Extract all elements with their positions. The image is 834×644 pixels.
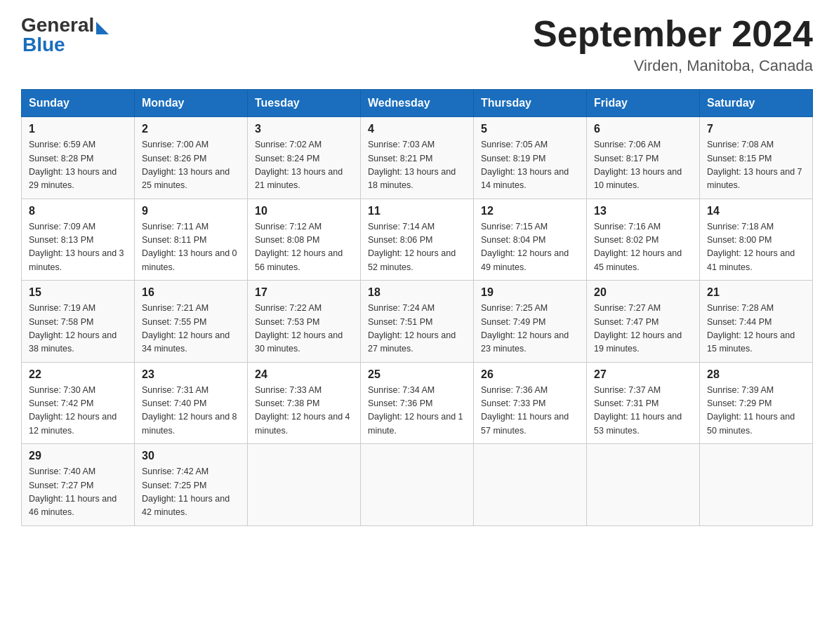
day-number: 17 [255,286,353,299]
calendar-cell: 1Sunrise: 6:59 AMSunset: 8:28 PMDaylight… [22,117,135,199]
location-label: Virden, Manitoba, Canada [533,57,813,75]
day-number: 6 [594,123,692,135]
day-info: Sunrise: 7:08 AMSunset: 8:15 PMDaylight:… [707,138,805,193]
day-info: Sunrise: 7:31 AMSunset: 7:40 PMDaylight:… [142,384,240,438]
calendar-cell: 8Sunrise: 7:09 AMSunset: 8:13 PMDaylight… [22,199,135,281]
day-info: Sunrise: 7:42 AMSunset: 7:25 PMDaylight:… [142,465,240,520]
calendar-cell: 15Sunrise: 7:19 AMSunset: 7:58 PMDayligh… [22,281,135,363]
calendar-cell: 9Sunrise: 7:11 AMSunset: 8:11 PMDaylight… [135,199,248,281]
day-number: 28 [707,368,805,381]
day-number: 8 [29,205,127,217]
day-number: 3 [255,123,353,135]
day-info: Sunrise: 7:25 AMSunset: 7:49 PMDaylight:… [481,302,579,356]
day-number: 15 [29,286,127,299]
calendar-cell: 30Sunrise: 7:42 AMSunset: 7:25 PMDayligh… [135,444,248,526]
day-number: 30 [142,450,240,462]
calendar-header-row: SundayMondayTuesdayWednesdayThursdayFrid… [22,90,813,117]
calendar-header-monday: Monday [135,90,248,117]
day-number: 18 [368,286,466,299]
day-info: Sunrise: 7:27 AMSunset: 7:47 PMDaylight:… [594,302,692,356]
calendar-header-sunday: Sunday [22,90,135,117]
calendar-cell: 21Sunrise: 7:28 AMSunset: 7:44 PMDayligh… [700,281,813,363]
day-info: Sunrise: 7:30 AMSunset: 7:42 PMDaylight:… [29,384,127,438]
week-row-3: 15Sunrise: 7:19 AMSunset: 7:58 PMDayligh… [22,281,813,363]
day-number: 12 [481,205,579,217]
day-info: Sunrise: 7:36 AMSunset: 7:33 PMDaylight:… [481,384,579,438]
calendar-cell [587,444,700,526]
day-info: Sunrise: 7:00 AMSunset: 8:26 PMDaylight:… [142,138,240,193]
day-number: 21 [707,286,805,299]
calendar-cell: 13Sunrise: 7:16 AMSunset: 8:02 PMDayligh… [587,199,700,281]
calendar-cell [700,444,813,526]
day-number: 23 [142,368,240,381]
day-info: Sunrise: 7:33 AMSunset: 7:38 PMDaylight:… [255,384,353,438]
day-number: 10 [255,205,353,217]
day-info: Sunrise: 7:19 AMSunset: 7:58 PMDaylight:… [29,302,127,356]
logo-arrow-icon [96,22,109,34]
day-info: Sunrise: 7:05 AMSunset: 8:19 PMDaylight:… [481,138,579,193]
week-row-1: 1Sunrise: 6:59 AMSunset: 8:28 PMDaylight… [22,117,813,199]
calendar-cell: 25Sunrise: 7:34 AMSunset: 7:36 PMDayligh… [361,362,474,444]
calendar-table: SundayMondayTuesdayWednesdayThursdayFrid… [21,89,813,526]
week-row-2: 8Sunrise: 7:09 AMSunset: 8:13 PMDaylight… [22,199,813,281]
calendar-cell: 18Sunrise: 7:24 AMSunset: 7:51 PMDayligh… [361,281,474,363]
calendar-cell: 19Sunrise: 7:25 AMSunset: 7:49 PMDayligh… [474,281,587,363]
day-info: Sunrise: 7:14 AMSunset: 8:06 PMDaylight:… [368,220,466,275]
day-info: Sunrise: 7:12 AMSunset: 8:08 PMDaylight:… [255,220,353,275]
day-number: 13 [594,205,692,217]
day-number: 5 [481,123,579,135]
calendar-header-tuesday: Tuesday [248,90,361,117]
calendar-cell: 11Sunrise: 7:14 AMSunset: 8:06 PMDayligh… [361,199,474,281]
day-number: 9 [142,205,240,217]
calendar-cell: 29Sunrise: 7:40 AMSunset: 7:27 PMDayligh… [22,444,135,526]
calendar-cell: 27Sunrise: 7:37 AMSunset: 7:31 PMDayligh… [587,362,700,444]
logo: General Blue [21,14,109,56]
calendar-cell: 10Sunrise: 7:12 AMSunset: 8:08 PMDayligh… [248,199,361,281]
calendar-header-wednesday: Wednesday [361,90,474,117]
day-number: 29 [29,450,127,462]
calendar-cell: 28Sunrise: 7:39 AMSunset: 7:29 PMDayligh… [700,362,813,444]
calendar-cell: 6Sunrise: 7:06 AMSunset: 8:17 PMDaylight… [587,117,700,199]
week-row-5: 29Sunrise: 7:40 AMSunset: 7:27 PMDayligh… [22,444,813,526]
calendar-cell: 16Sunrise: 7:21 AMSunset: 7:55 PMDayligh… [135,281,248,363]
month-title: September 2024 [533,14,813,54]
calendar-cell: 24Sunrise: 7:33 AMSunset: 7:38 PMDayligh… [248,362,361,444]
day-info: Sunrise: 7:16 AMSunset: 8:02 PMDaylight:… [594,220,692,275]
calendar-cell: 4Sunrise: 7:03 AMSunset: 8:21 PMDaylight… [361,117,474,199]
week-row-4: 22Sunrise: 7:30 AMSunset: 7:42 PMDayligh… [22,362,813,444]
day-info: Sunrise: 7:09 AMSunset: 8:13 PMDaylight:… [29,220,127,275]
day-number: 16 [142,286,240,299]
calendar-cell: 12Sunrise: 7:15 AMSunset: 8:04 PMDayligh… [474,199,587,281]
day-info: Sunrise: 7:21 AMSunset: 7:55 PMDaylight:… [142,302,240,356]
calendar-cell [474,444,587,526]
day-info: Sunrise: 7:40 AMSunset: 7:27 PMDaylight:… [29,465,127,520]
day-number: 25 [368,368,466,381]
calendar-cell: 14Sunrise: 7:18 AMSunset: 8:00 PMDayligh… [700,199,813,281]
day-number: 11 [368,205,466,217]
calendar-cell: 22Sunrise: 7:30 AMSunset: 7:42 PMDayligh… [22,362,135,444]
calendar-cell: 5Sunrise: 7:05 AMSunset: 8:19 PMDaylight… [474,117,587,199]
day-number: 4 [368,123,466,135]
day-number: 2 [142,123,240,135]
calendar-cell: 7Sunrise: 7:08 AMSunset: 8:15 PMDaylight… [700,117,813,199]
calendar-cell: 23Sunrise: 7:31 AMSunset: 7:40 PMDayligh… [135,362,248,444]
calendar-header-thursday: Thursday [474,90,587,117]
day-number: 26 [481,368,579,381]
day-info: Sunrise: 6:59 AMSunset: 8:28 PMDaylight:… [29,138,127,193]
day-info: Sunrise: 7:15 AMSunset: 8:04 PMDaylight:… [481,220,579,275]
day-info: Sunrise: 7:24 AMSunset: 7:51 PMDaylight:… [368,302,466,356]
day-number: 20 [594,286,692,299]
day-number: 14 [707,205,805,217]
day-number: 22 [29,368,127,381]
calendar-cell: 3Sunrise: 7:02 AMSunset: 8:24 PMDaylight… [248,117,361,199]
day-info: Sunrise: 7:03 AMSunset: 8:21 PMDaylight:… [368,138,466,193]
day-info: Sunrise: 7:34 AMSunset: 7:36 PMDaylight:… [368,384,466,438]
day-info: Sunrise: 7:02 AMSunset: 8:24 PMDaylight:… [255,138,353,193]
logo-blue-text: Blue [22,34,65,56]
calendar-cell: 20Sunrise: 7:27 AMSunset: 7:47 PMDayligh… [587,281,700,363]
page-header: General Blue September 2024 Virden, Mani… [21,14,813,75]
calendar-cell [361,444,474,526]
calendar-cell [248,444,361,526]
calendar-header-saturday: Saturday [700,90,813,117]
day-info: Sunrise: 7:18 AMSunset: 8:00 PMDaylight:… [707,220,805,275]
